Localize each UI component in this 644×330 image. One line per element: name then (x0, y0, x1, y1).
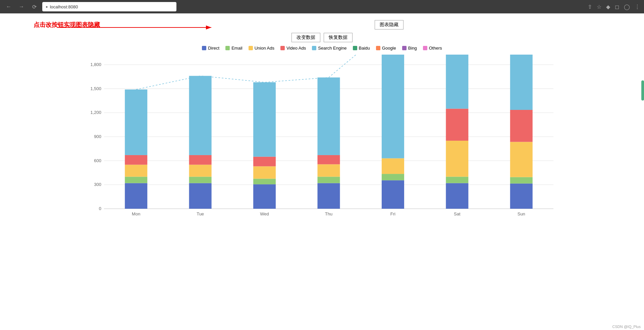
legend: DirectEmailUnion AdsVideo AdsSearch Engi… (0, 46, 644, 51)
watermark: CSDN @IQ_Plus (612, 325, 641, 329)
annotation-area: 点击改按钮实现图表隐藏 图表隐藏 (0, 20, 644, 29)
legend-item-union-ads[interactable]: Union Ads (249, 46, 274, 51)
layout-icon[interactable]: ◻ (615, 4, 619, 10)
change-data-button[interactable]: 改变数据 (291, 33, 320, 42)
legend-item-google[interactable]: Google (376, 46, 396, 51)
restore-data-button[interactable]: 恢复数据 (324, 33, 353, 42)
legend-color (402, 46, 407, 50)
annotation-arrow (57, 21, 225, 34)
legend-item-search-engine[interactable]: Search Engine (312, 46, 346, 51)
legend-item-email[interactable]: Email (225, 46, 243, 51)
address-bar[interactable]: ● localhost:8080 (42, 2, 176, 11)
legend-item-direct[interactable]: Direct (202, 46, 219, 51)
toolbar-actions: ⇧ ☆ ◆ ◻ ◯ ⋮ (588, 4, 640, 10)
legend-color (249, 46, 253, 50)
url-text: localhost:8080 (50, 4, 78, 9)
legend-color (202, 46, 206, 50)
legend-color (423, 46, 427, 50)
extension-icon[interactable]: ◆ (606, 4, 610, 10)
lock-icon: ● (46, 5, 48, 9)
menu-icon[interactable]: ⋮ (635, 4, 640, 10)
browser-toolbar: ← → ⟳ ● localhost:8080 ⇧ ☆ ◆ ◻ ◯ ⋮ (0, 0, 644, 13)
back-button[interactable]: ← (4, 2, 13, 11)
legend-color (376, 46, 380, 50)
buttons-row: 改变数据 恢复数据 (0, 33, 644, 42)
legend-color (353, 46, 357, 50)
bookmark-icon[interactable]: ☆ (597, 4, 601, 10)
scrollbar[interactable] (641, 80, 644, 101)
legend-color (312, 46, 316, 50)
page-content: 点击改按钮实现图表隐藏 图表隐藏 改变数据 恢复数据 DirectEmailUn… (0, 13, 644, 330)
legend-item-others[interactable]: Others (423, 46, 442, 51)
chart-container (77, 55, 567, 242)
account-icon[interactable]: ◯ (624, 4, 630, 10)
share-icon[interactable]: ⇧ (588, 4, 592, 10)
forward-button[interactable]: → (17, 2, 26, 11)
legend-item-video-ads[interactable]: Video Ads (280, 46, 306, 51)
hide-chart-button[interactable]: 图表隐藏 (375, 20, 404, 29)
browser-window: ← → ⟳ ● localhost:8080 ⇧ ☆ ◆ ◻ ◯ ⋮ 点击改按钮… (0, 0, 644, 330)
legend-color (280, 46, 285, 50)
reload-button[interactable]: ⟳ (30, 2, 39, 11)
legend-color (225, 46, 230, 50)
legend-item-bing[interactable]: Bing (402, 46, 417, 51)
legend-item-baidu[interactable]: Baidu (353, 46, 370, 51)
